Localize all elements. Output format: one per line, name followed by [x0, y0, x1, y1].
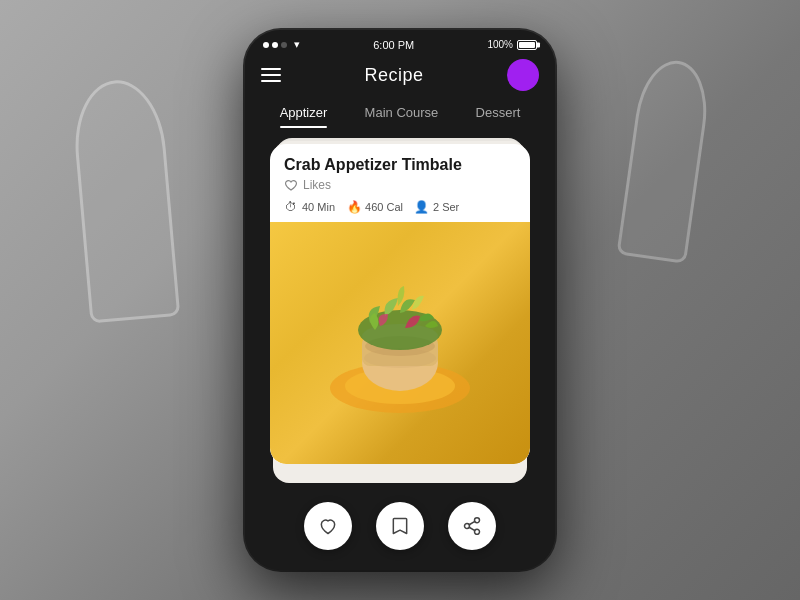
- battery-percent: 100%: [487, 39, 513, 50]
- svg-line-11: [469, 527, 475, 530]
- clock-icon: ⏱: [284, 200, 298, 214]
- food-illustration: [310, 258, 490, 428]
- tabs: Apptizer Main Course Dessert: [245, 99, 555, 128]
- content-area: Crab Appetizer Timbale Likes ⏱ 40 Min: [245, 128, 555, 486]
- battery-fill: [519, 42, 535, 48]
- menu-line-3: [261, 80, 281, 82]
- share-button[interactable]: [448, 502, 496, 550]
- svg-line-12: [469, 521, 475, 524]
- heart-icon: [284, 178, 298, 192]
- share-action-icon: [462, 516, 482, 536]
- calories-value: 460 Cal: [365, 201, 403, 213]
- card-info: Crab Appetizer Timbale Likes ⏱ 40 Min: [270, 144, 530, 222]
- header: Recipe: [245, 55, 555, 99]
- signal-area: ▾: [263, 38, 300, 51]
- action-buttons: [245, 486, 555, 570]
- menu-line-2: [261, 74, 281, 76]
- calories-meta: 🔥 460 Cal: [347, 200, 403, 214]
- recipe-title: Crab Appetizer Timbale: [284, 156, 516, 174]
- bookmark-button[interactable]: [376, 502, 424, 550]
- fire-icon: 🔥: [347, 200, 361, 214]
- menu-line-1: [261, 68, 281, 70]
- tab-main-course[interactable]: Main Course: [365, 105, 439, 128]
- like-button[interactable]: [304, 502, 352, 550]
- svg-point-6: [364, 348, 436, 368]
- avatar[interactable]: [507, 59, 539, 91]
- menu-button[interactable]: [261, 68, 281, 82]
- phone-frame: ▾ 6:00 PM 100% Recipe Apptizer Main Cour…: [245, 30, 555, 570]
- bookmark-action-icon: [390, 516, 410, 536]
- battery-area: 100%: [487, 39, 537, 50]
- card-stack: Crab Appetizer Timbale Likes ⏱ 40 Min: [270, 144, 530, 486]
- likes-area: Likes: [284, 178, 516, 192]
- wifi-icon: ▾: [294, 38, 300, 51]
- servings-meta: 👤 2 Ser: [415, 200, 459, 214]
- header-title: Recipe: [364, 65, 423, 86]
- time-value: 40 Min: [302, 201, 335, 213]
- battery-bar: [517, 40, 537, 50]
- recipe-card[interactable]: Crab Appetizer Timbale Likes ⏱ 40 Min: [270, 144, 530, 464]
- tab-apptizer[interactable]: Apptizer: [280, 105, 328, 128]
- signal-dot-1: [263, 42, 269, 48]
- servings-value: 2 Ser: [433, 201, 459, 213]
- signal-dot-2: [272, 42, 278, 48]
- status-bar: ▾ 6:00 PM 100%: [245, 30, 555, 55]
- card-meta: ⏱ 40 Min 🔥 460 Cal 👤 2 Ser: [284, 200, 516, 214]
- status-time: 6:00 PM: [373, 39, 414, 51]
- food-image: [270, 222, 530, 464]
- signal-dot-3: [281, 42, 287, 48]
- people-icon: 👤: [415, 200, 429, 214]
- tab-dessert[interactable]: Dessert: [476, 105, 521, 128]
- likes-label: Likes: [303, 178, 331, 192]
- time-meta: ⏱ 40 Min: [284, 200, 335, 214]
- heart-action-icon: [318, 516, 338, 536]
